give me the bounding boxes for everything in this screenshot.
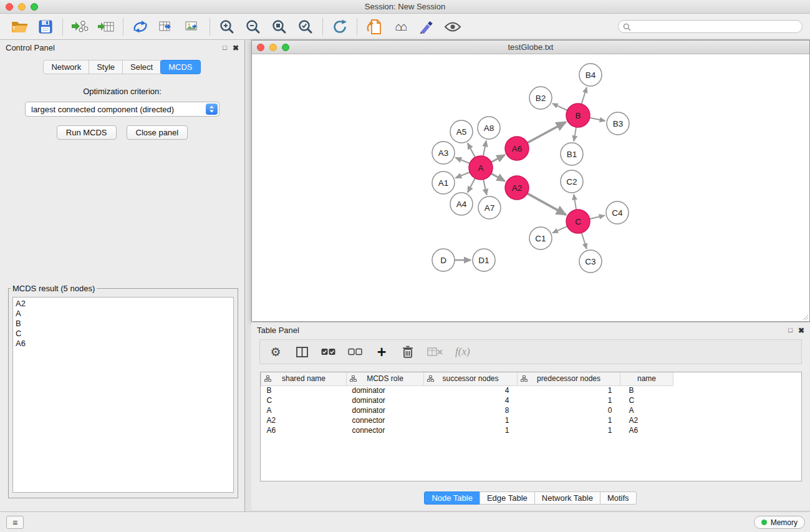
export-image-button[interactable] xyxy=(180,16,206,37)
network-node-A1[interactable]: A1 xyxy=(432,172,455,194)
function-builder-button[interactable]: f(x) xyxy=(455,344,470,360)
zoom-out-button[interactable] xyxy=(240,16,266,37)
new-network-button[interactable] xyxy=(127,16,153,37)
network-edge[interactable] xyxy=(468,178,475,193)
zoom-fit-button[interactable] xyxy=(266,16,292,37)
memory-button[interactable]: Memory xyxy=(754,516,805,529)
network-edge[interactable] xyxy=(590,216,605,219)
tab-edge-table[interactable]: Edge Table xyxy=(480,491,535,505)
style-brush-button[interactable] xyxy=(413,16,440,37)
mcds-result-item[interactable]: A6 xyxy=(16,339,231,349)
network-edge[interactable] xyxy=(552,226,567,233)
column-header-name[interactable]: name xyxy=(620,372,673,385)
table-row[interactable]: A6connector11A6 xyxy=(261,425,802,435)
close-panel-icon[interactable]: ✖ xyxy=(233,44,239,52)
network-node-C3[interactable]: C3 xyxy=(579,250,602,273)
column-header-shared-name[interactable]: shared name xyxy=(261,372,347,385)
home-button[interactable]: ⌂⌂ xyxy=(387,16,413,37)
mcds-result-item[interactable]: A2 xyxy=(16,299,231,309)
network-edge[interactable] xyxy=(528,122,566,143)
network-edge[interactable] xyxy=(456,158,470,163)
network-edge[interactable] xyxy=(552,104,567,110)
network-node-A3[interactable]: A3 xyxy=(432,142,455,164)
float-panel-icon[interactable]: □ xyxy=(223,44,227,51)
column-header-predecessor-nodes[interactable]: predecessor nodes xyxy=(518,372,620,385)
column-header-mcds-role[interactable]: MCDS role xyxy=(347,372,424,385)
network-edge[interactable] xyxy=(582,233,587,249)
network-node-C4[interactable]: C4 xyxy=(606,201,629,224)
table-row[interactable]: Cdominator41C xyxy=(261,395,802,405)
network-node-C2[interactable]: C2 xyxy=(561,170,583,193)
network-edge[interactable] xyxy=(491,173,505,181)
network-zoom-button[interactable] xyxy=(282,44,289,51)
network-node-A7[interactable]: A7 xyxy=(478,196,501,219)
search-input[interactable] xyxy=(634,22,796,31)
network-edge[interactable] xyxy=(574,127,576,142)
save-session-button[interactable] xyxy=(32,16,59,37)
apply-layout-button[interactable] xyxy=(327,16,353,37)
network-node-B1[interactable]: B1 xyxy=(561,143,583,165)
network-edge[interactable] xyxy=(468,143,475,158)
network-node-A6[interactable]: A6 xyxy=(505,137,529,160)
network-edge[interactable] xyxy=(574,195,576,210)
network-node-C[interactable]: C xyxy=(566,210,590,233)
criterion-select[interactable]: largest connected component (directed) xyxy=(25,102,219,117)
tab-style[interactable]: Style xyxy=(89,60,123,74)
zoom-in-button[interactable] xyxy=(214,16,240,37)
network-node-D1[interactable]: D1 xyxy=(473,249,495,271)
network-node-D[interactable]: D xyxy=(432,249,455,271)
zoom-selected-button[interactable] xyxy=(292,16,319,37)
network-edge[interactable] xyxy=(483,141,486,157)
network-edge[interactable] xyxy=(456,172,470,178)
show-columns-button[interactable] xyxy=(295,344,309,360)
task-history-button[interactable]: ≡ xyxy=(6,516,24,529)
network-node-A5[interactable]: A5 xyxy=(450,120,473,143)
tab-select[interactable]: Select xyxy=(122,60,161,74)
mcds-result-item[interactable]: A xyxy=(16,309,231,319)
network-node-B3[interactable]: B3 xyxy=(607,112,629,135)
mcds-result-list[interactable]: A2ABCA6 xyxy=(12,297,234,493)
table-row[interactable]: Bdominator41B xyxy=(261,385,802,395)
tab-mcds[interactable]: MCDS xyxy=(160,60,200,74)
network-window-titlebar[interactable]: testGlobe.txt xyxy=(252,41,809,54)
new-table-button[interactable] xyxy=(153,16,180,37)
mcds-result-item[interactable]: B xyxy=(16,319,231,329)
network-node-C1[interactable]: C1 xyxy=(529,227,552,249)
network-canvas[interactable]: B4B2BB3A5A8A6B1A3AC2A1A2A4A7C4CC1C3DD1 xyxy=(252,54,809,321)
close-table-panel-icon[interactable]: ✖ xyxy=(798,327,804,334)
run-mcds-button[interactable]: Run MCDS xyxy=(57,125,117,140)
network-close-button[interactable] xyxy=(257,44,264,51)
network-edge[interactable] xyxy=(483,180,486,195)
tab-motifs[interactable]: Motifs xyxy=(600,491,637,505)
network-edge[interactable] xyxy=(528,193,566,215)
table-settings-button[interactable]: ⚙ xyxy=(269,344,282,360)
open-session-button[interactable] xyxy=(6,16,32,37)
zoom-window-button[interactable] xyxy=(31,3,38,11)
column-header-successor-nodes[interactable]: successor nodes xyxy=(424,372,518,385)
network-edge[interactable] xyxy=(582,87,587,104)
network-node-B2[interactable]: B2 xyxy=(529,87,552,109)
network-node-A8[interactable]: A8 xyxy=(478,117,500,139)
minimize-window-button[interactable] xyxy=(18,3,26,11)
select-all-button[interactable] xyxy=(321,344,335,360)
float-table-panel-icon[interactable]: □ xyxy=(788,327,793,334)
tab-network[interactable]: Network xyxy=(43,60,89,74)
network-node-A[interactable]: A xyxy=(469,156,493,180)
tab-network-table[interactable]: Network Table xyxy=(534,491,600,505)
close-window-button[interactable] xyxy=(6,3,13,11)
network-node-B[interactable]: B xyxy=(566,104,590,127)
delete-table-button[interactable] xyxy=(427,344,443,360)
close-panel-button[interactable]: Close panel xyxy=(127,125,188,140)
table-row[interactable]: Adominator80A xyxy=(261,405,802,415)
tab-node-table[interactable]: Node Table xyxy=(424,491,480,505)
network-node-B4[interactable]: B4 xyxy=(579,64,602,86)
search-field[interactable] xyxy=(618,20,803,33)
network-node-A4[interactable]: A4 xyxy=(450,193,473,215)
resize-grip[interactable] xyxy=(801,313,809,321)
show-details-button[interactable] xyxy=(440,16,466,37)
network-minimize-button[interactable] xyxy=(269,44,277,51)
network-node-A2[interactable]: A2 xyxy=(505,176,529,200)
delete-row-button[interactable] xyxy=(401,344,415,360)
import-network-button[interactable] xyxy=(67,16,93,37)
deselect-all-button[interactable] xyxy=(348,344,362,360)
